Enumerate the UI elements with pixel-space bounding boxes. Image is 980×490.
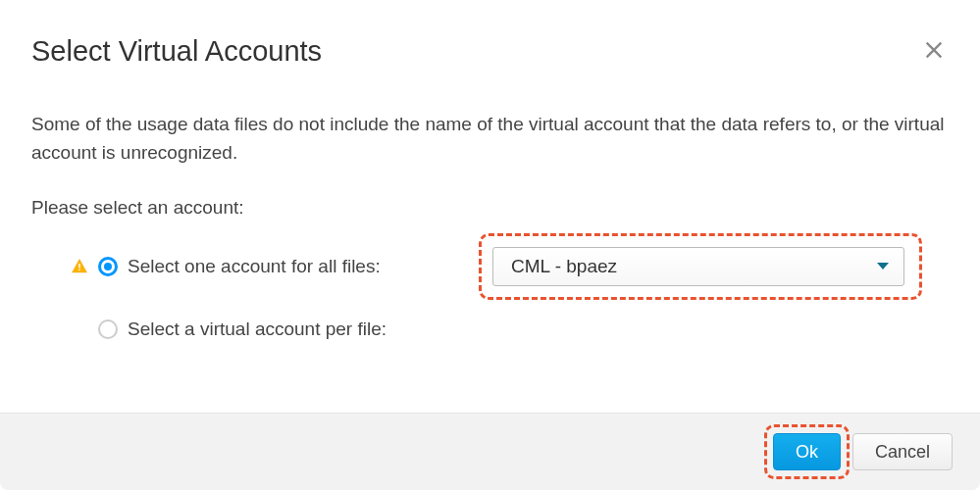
- account-dropdown[interactable]: CML - bpaez: [492, 247, 904, 286]
- close-icon[interactable]: [919, 35, 949, 69]
- svg-rect-2: [78, 264, 80, 269]
- option-all-files-left: Select one account for all files:: [71, 256, 492, 277]
- option-per-file-left: Select a virtual account per file:: [71, 318, 492, 340]
- option-all-files-label: Select one account for all files:: [128, 256, 381, 277]
- dialog-title: Select Virtual Accounts: [31, 35, 322, 68]
- radio-per-file[interactable]: [98, 319, 118, 339]
- ok-button-container: Ok: [773, 433, 841, 470]
- account-dropdown-container: CML - bpaez: [492, 247, 904, 286]
- cancel-button[interactable]: Cancel: [852, 433, 953, 470]
- dialog-header: Select Virtual Accounts: [31, 35, 949, 69]
- dialog-description: Some of the usage data files do not incl…: [31, 110, 949, 168]
- dialog-body: Select Virtual Accounts Some of the usag…: [0, 0, 980, 413]
- svg-rect-3: [78, 270, 80, 271]
- option-all-files-row: Select one account for all files: CML - …: [71, 246, 949, 287]
- chevron-down-icon: [876, 258, 890, 275]
- dropdown-selected-value: CML - bpaez: [511, 256, 617, 277]
- option-per-file-row: Select a virtual account per file:: [71, 309, 949, 350]
- ok-button[interactable]: Ok: [773, 433, 841, 470]
- radio-all-files[interactable]: [98, 257, 118, 276]
- dialog-footer: Ok Cancel: [0, 413, 980, 490]
- select-virtual-accounts-dialog: Select Virtual Accounts Some of the usag…: [0, 0, 980, 490]
- warning-icon: [71, 258, 88, 275]
- radio-options-group: Select one account for all files: CML - …: [31, 246, 949, 350]
- option-per-file-label: Select a virtual account per file:: [128, 318, 387, 340]
- dialog-prompt: Please select an account:: [31, 197, 949, 219]
